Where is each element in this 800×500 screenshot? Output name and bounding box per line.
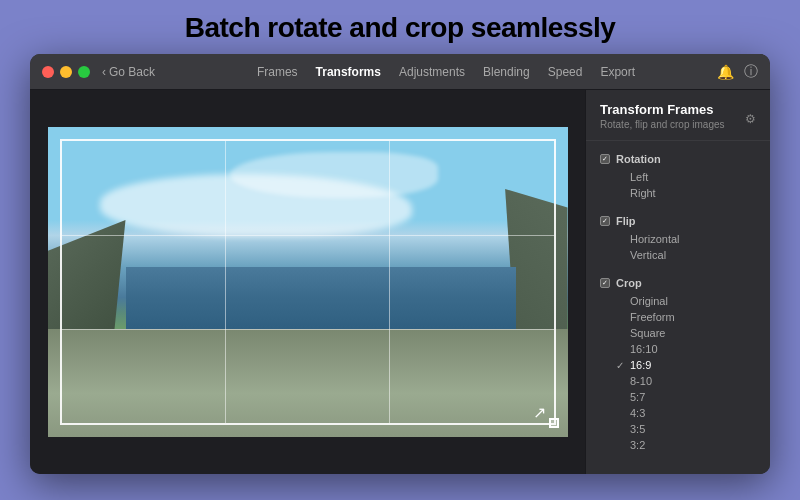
crop-8-10-item[interactable]: 8-10 <box>616 373 756 389</box>
rotation-items: Left Right <box>586 169 770 207</box>
crop-16-10-item[interactable]: 16:10 <box>616 341 756 357</box>
main-content: ↗ Transform Frames Rotate, flip and crop… <box>30 90 770 474</box>
titlebar-right: 🔔 ⓘ <box>717 63 758 81</box>
crop-16-9-label: 16:9 <box>630 359 651 371</box>
crop-square-item[interactable]: Square <box>616 325 756 341</box>
crop-header: Crop <box>586 273 770 293</box>
crop-grid-h2 <box>62 329 554 330</box>
crop-checkbox[interactable] <box>600 278 610 288</box>
flip-checkbox[interactable] <box>600 216 610 226</box>
canvas-area: ↗ <box>30 90 585 474</box>
tab-adjustments[interactable]: Adjustments <box>399 65 465 79</box>
crop-items: Original Freeform Square 16:10 <box>586 293 770 459</box>
rotation-right-label: Right <box>630 187 656 199</box>
tab-export[interactable]: Export <box>600 65 635 79</box>
flip-vertical-item[interactable]: Vertical <box>616 247 756 263</box>
crop-overlay[interactable] <box>60 139 556 425</box>
crop-title: Crop <box>616 277 642 289</box>
rotation-title: Rotation <box>616 153 661 165</box>
close-button[interactable] <box>42 66 54 78</box>
crop-8-10-label: 8-10 <box>630 375 652 387</box>
back-arrow-icon: ‹ <box>102 65 106 79</box>
crop-3-5-item[interactable]: 3:5 <box>616 421 756 437</box>
flip-horizontal-label: Horizontal <box>630 233 680 245</box>
crop-original-item[interactable]: Original <box>616 293 756 309</box>
maximize-button[interactable] <box>78 66 90 78</box>
panel-subtitle: Rotate, flip and crop images <box>600 119 756 130</box>
crop-3-2-item[interactable]: 3:2 <box>616 437 756 453</box>
crop-16-9-item[interactable]: ✓ 16:9 <box>616 357 756 373</box>
crop-3-5-label: 3:5 <box>630 423 645 435</box>
crop-5-7-item[interactable]: 5:7 <box>616 389 756 405</box>
nav-tabs: Frames Transforms Adjustments Blending S… <box>175 65 717 79</box>
flip-items: Horizontal Vertical <box>586 231 770 269</box>
crop-16-10-label: 16:10 <box>630 343 658 355</box>
tab-frames[interactable]: Frames <box>257 65 298 79</box>
crop-grid-h1 <box>62 235 554 236</box>
crop-grid <box>62 141 554 423</box>
crop-freeform-item[interactable]: Freeform <box>616 309 756 325</box>
panel-title: Transform Frames <box>600 102 756 117</box>
rotation-section: Rotation Left Right <box>586 149 770 207</box>
side-panel: Transform Frames Rotate, flip and crop i… <box>585 90 770 474</box>
app-window: ‹ Go Back Frames Transforms Adjustments … <box>30 54 770 474</box>
rotation-checkbox[interactable] <box>600 154 610 164</box>
crop-handle-br[interactable] <box>549 418 559 428</box>
tab-blending[interactable]: Blending <box>483 65 530 79</box>
info-icon[interactable]: ⓘ <box>744 63 758 81</box>
crop-original-label: Original <box>630 295 668 307</box>
rotation-left-item[interactable]: Left <box>616 169 756 185</box>
crop-3-2-label: 3:2 <box>630 439 645 451</box>
tab-speed[interactable]: Speed <box>548 65 583 79</box>
image-container: ↗ <box>48 127 568 437</box>
bell-icon[interactable]: 🔔 <box>717 64 734 80</box>
rotation-header: Rotation <box>586 149 770 169</box>
page-headline: Batch rotate and crop seamlessly <box>0 0 800 54</box>
crop-grid-v2 <box>389 141 390 423</box>
rotation-left-label: Left <box>630 171 648 183</box>
back-button[interactable]: ‹ Go Back <box>102 65 155 79</box>
flip-title: Flip <box>616 215 636 227</box>
crop-freeform-label: Freeform <box>630 311 675 323</box>
flip-vertical-label: Vertical <box>630 249 666 261</box>
flip-horizontal-item[interactable]: Horizontal <box>616 231 756 247</box>
minimize-button[interactable] <box>60 66 72 78</box>
crop-4-3-item[interactable]: 4:3 <box>616 405 756 421</box>
traffic-lights <box>42 66 90 78</box>
settings-icon[interactable]: ⚙ <box>745 112 756 126</box>
crop-grid-v1 <box>225 141 226 423</box>
crop-square-label: Square <box>630 327 665 339</box>
crop-16-9-check: ✓ <box>616 360 626 371</box>
tab-transforms[interactable]: Transforms <box>316 65 381 79</box>
crop-4-3-label: 4:3 <box>630 407 645 419</box>
panel-header: Transform Frames Rotate, flip and crop i… <box>586 102 770 141</box>
rotation-right-item[interactable]: Right <box>616 185 756 201</box>
titlebar: ‹ Go Back Frames Transforms Adjustments … <box>30 54 770 90</box>
crop-section: Crop Original Freeform Square <box>586 273 770 459</box>
flip-header: Flip <box>586 211 770 231</box>
crop-5-7-label: 5:7 <box>630 391 645 403</box>
flip-section: Flip Horizontal Vertical <box>586 211 770 269</box>
cursor-icon: ↗ <box>533 403 546 422</box>
back-label: Go Back <box>109 65 155 79</box>
